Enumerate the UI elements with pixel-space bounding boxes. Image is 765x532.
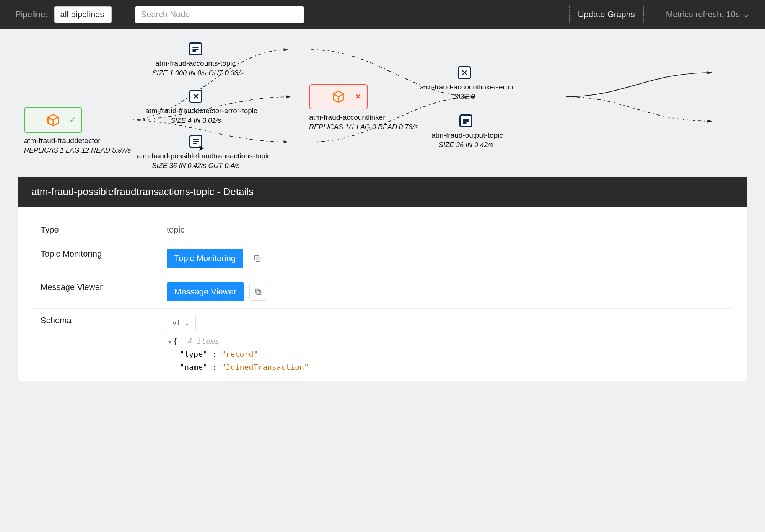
copy-icon-button[interactable] [249, 283, 267, 301]
node-subtitle: REPLICAS 1/1 LAG 0 READ 0.78/s [309, 123, 368, 131]
schema-version-value: v1 [173, 319, 181, 327]
row-key: Topic Monitoring [32, 242, 158, 275]
pipeline-select[interactable]: all pipelines [54, 6, 112, 23]
node-atm-fraud-accounts-topic[interactable]: atm-fraud-accounts-topic SIZE 1,000 IN 0… [152, 42, 239, 77]
row-message-viewer: Message Viewer Message Viewer [32, 275, 733, 309]
node-subtitle: SIZE 0 [420, 93, 509, 101]
svg-marker-2 [286, 95, 291, 98]
cube-icon [46, 113, 60, 127]
svg-rect-7 [256, 257, 260, 261]
error-icon: ✕ [189, 90, 202, 103]
svg-marker-1 [284, 48, 288, 51]
node-title: atm-fraud-accountlinker-error [420, 83, 509, 91]
node-atm-fraud-possiblefraudtransactions-topic[interactable]: atm-fraud-possiblefraudtransactions-topi… [137, 135, 255, 170]
node-atm-fraud-frauddetector-error-topic[interactable]: ✕ atm-fraud-frauddetector-error-topic SI… [145, 90, 246, 125]
node-title: atm-fraud-accounts-topic [152, 59, 239, 68]
row-value: topic [158, 218, 733, 242]
svg-rect-9 [257, 290, 261, 294]
row-topic-monitoring: Topic Monitoring Topic Monitoring [32, 242, 733, 275]
node-title: atm-fraud-frauddetector-error-topic [145, 107, 246, 115]
pipeline-label: Pipeline: [15, 10, 47, 20]
node-atm-fraud-accountlinker[interactable]: ✕ atm-fraud-accountlinker REPLICAS 1/1 L… [309, 84, 368, 131]
details-header: atm-fraud-possiblefraudtransactions-topi… [18, 177, 747, 207]
row-key: Schema [32, 309, 158, 381]
copy-icon-button[interactable] [249, 250, 266, 267]
x-icon: ✕ [355, 92, 361, 102]
schema-version-select[interactable]: v1 ⌄ [167, 316, 196, 330]
chevron-down-icon: ⌄ [184, 318, 190, 327]
svg-marker-3 [284, 140, 288, 143]
update-graphs-button[interactable]: Update Graphs [569, 5, 644, 24]
pipeline-graph[interactable]: ✓ atm-fraud-frauddetector REPLICAS 1 LAG… [0, 29, 765, 177]
svg-rect-10 [256, 289, 260, 293]
topic-icon [459, 114, 472, 127]
schema-name-key: "name" [180, 363, 207, 372]
service-box: ✓ [24, 107, 82, 133]
message-viewer-button[interactable]: Message Viewer [167, 282, 244, 301]
details-panel: atm-fraud-possiblefraudtransactions-topi… [18, 177, 747, 381]
node-atm-fraud-output-topic[interactable]: atm-fraud-output-topic SIZE 36 IN 0.42/s [431, 114, 500, 149]
topic-icon [189, 42, 202, 55]
node-title: atm-fraud-output-topic [431, 131, 500, 140]
topic-monitoring-button[interactable]: Topic Monitoring [167, 249, 243, 268]
metrics-refresh-label: Metrics refresh: 10s [666, 10, 740, 20]
node-title: atm-fraud-frauddetector [24, 137, 82, 145]
node-title: atm-fraud-accountlinker [309, 113, 368, 122]
schema-json-preview: ▼{ 4 items "type" : "record" "name" : "J… [167, 335, 724, 374]
node-subtitle: SIZE 4 IN 0.01/s [145, 117, 246, 125]
row-schema: Schema v1 ⌄ ▼{ 4 items "type" : "record"… [32, 309, 733, 381]
search-input[interactable] [135, 6, 304, 23]
row-key: Message Viewer [32, 275, 158, 309]
row-key: Type [32, 218, 158, 242]
node-subtitle: SIZE 36 IN 0.42/s OUT 0.4/s [137, 162, 255, 170]
graph-edges [0, 29, 765, 177]
chevron-down-icon: ⌄ [743, 10, 750, 20]
cube-icon [332, 90, 345, 104]
metrics-refresh-dropdown[interactable]: Metrics refresh: 10s ⌄ [666, 10, 750, 20]
schema-type-key: "type" [180, 350, 207, 359]
top-toolbar: Pipeline: all pipelines Update Graphs Me… [0, 0, 765, 29]
svg-marker-5 [707, 71, 712, 74]
details-table: Type topic Topic Monitoring Topic Monito… [32, 218, 733, 381]
node-atm-fraud-accountlinker-error[interactable]: ✕ atm-fraud-accountlinker-error SIZE 0 [420, 66, 509, 101]
error-icon: ✕ [458, 66, 471, 79]
schema-items-meta: 4 items [187, 337, 219, 346]
row-type: Type topic [32, 218, 733, 242]
node-subtitle: SIZE 36 IN 0.42/s [431, 141, 500, 149]
pipeline-select-value: all pipelines [60, 10, 104, 19]
service-box: ✕ [309, 84, 368, 109]
mouse-cursor-icon: ➤ [198, 143, 205, 153]
check-icon: ✓ [69, 115, 76, 125]
node-title: atm-fraud-possiblefraudtransactions-topi… [137, 152, 255, 160]
schema-type-val: "record" [221, 350, 258, 359]
node-subtitle: REPLICAS 1 LAG 12 READ 5.97/s [24, 146, 82, 155]
node-atm-fraud-frauddetector[interactable]: ✓ atm-fraud-frauddetector REPLICAS 1 LAG… [24, 107, 82, 155]
node-subtitle: SIZE 1,000 IN 0/s OUT 0.38/s [152, 69, 239, 77]
svg-marker-6 [707, 120, 712, 123]
schema-name-val: "JoinedTransaction" [221, 363, 309, 372]
caret-down-icon: ▼ [168, 339, 171, 345]
svg-rect-8 [255, 256, 259, 260]
